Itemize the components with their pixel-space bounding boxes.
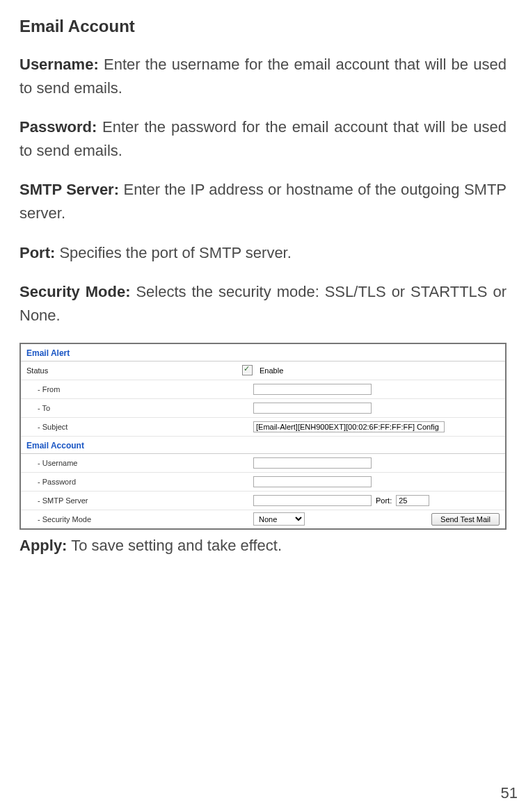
panel-title-email-account: Email Account	[21, 437, 505, 454]
to-input[interactable]	[253, 403, 372, 414]
subject-label: - Subject	[26, 423, 253, 431]
username-label: - Username	[26, 459, 253, 467]
send-test-mail-button[interactable]: Send Test Mail	[431, 513, 500, 526]
subject-row: - Subject	[21, 418, 505, 437]
password-paragraph: Password: Enter the password for the ema…	[19, 115, 507, 163]
password-label: - Password	[26, 478, 253, 486]
username-row: - Username	[21, 454, 505, 473]
smtp-lead: SMTP Server:	[19, 181, 119, 198]
smtp-server-input[interactable]	[253, 495, 372, 506]
smtp-row: - SMTP Server Port:	[21, 492, 505, 510]
apply-lead: Apply:	[19, 537, 67, 554]
password-input[interactable]	[253, 476, 372, 487]
to-label: - To	[26, 404, 253, 412]
smtp-paragraph: SMTP Server: Enter the IP address or hos…	[19, 178, 507, 225]
section-heading: Email Account	[19, 17, 507, 36]
port-label: Port:	[376, 496, 392, 505]
security-mode-select[interactable]: None	[253, 512, 305, 526]
password-lead: Password:	[19, 118, 97, 136]
smtp-label: - SMTP Server	[26, 496, 253, 505]
port-paragraph: Port: Specifies the port of SMTP server.	[19, 241, 507, 265]
apply-text: To save setting and take effect.	[67, 537, 282, 554]
enable-checkbox[interactable]	[242, 365, 253, 375]
from-row: - From	[21, 380, 505, 399]
email-alert-panel: Email Alert Status Enable - From - To - …	[19, 343, 507, 530]
status-label: Status	[26, 366, 242, 375]
username-paragraph: Username: Enter the username for the ema…	[19, 53, 507, 100]
port-text: Specifies the port of SMTP server.	[55, 244, 292, 261]
apply-paragraph: Apply: To save setting and take effect.	[19, 534, 507, 558]
status-row: Status Enable	[21, 362, 505, 380]
panel-title-email-alert: Email Alert	[21, 344, 505, 362]
from-label: - From	[26, 385, 253, 393]
username-input[interactable]	[253, 457, 372, 469]
security-mode-row: - Security Mode None Send Test Mail	[21, 510, 505, 528]
security-mode-paragraph: Security Mode: Selects the security mode…	[19, 280, 507, 327]
port-lead: Port:	[19, 244, 55, 261]
page-number: 51	[501, 784, 518, 802]
enable-label: Enable	[260, 366, 283, 375]
from-input[interactable]	[253, 384, 372, 395]
subject-input[interactable]	[253, 421, 445, 432]
security-mode-label: - Security Mode	[26, 515, 253, 523]
port-input[interactable]	[396, 495, 429, 506]
password-row: - Password	[21, 473, 505, 492]
to-row: - To	[21, 399, 505, 418]
security-mode-lead: Security Mode:	[19, 283, 131, 300]
username-lead: Username:	[19, 56, 99, 73]
